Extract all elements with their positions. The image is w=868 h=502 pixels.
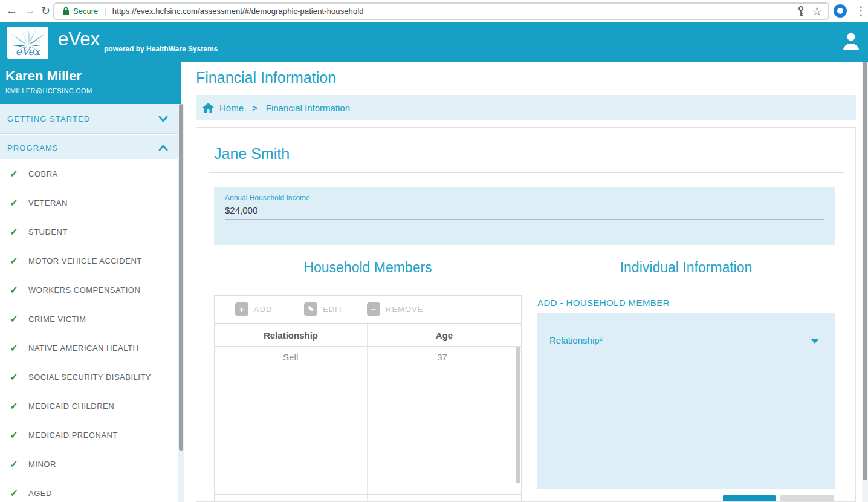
check-icon: ✓: [0, 313, 28, 325]
remove-member-button[interactable]: − REMOVE: [367, 302, 423, 316]
browser-toolbar: ← → ↻ Secure | https://evex.hcfsinc.com/…: [0, 0, 868, 22]
url-divider: |: [104, 7, 106, 16]
annual-income-input[interactable]: $24,000: [225, 205, 257, 215]
check-icon: ✓: [0, 400, 28, 412]
sidebar-item-native-american-health[interactable]: ✓NATIVE AMERICAN HEALTH: [0, 333, 179, 362]
section-label: GETTING STARTED: [7, 114, 90, 123]
sidebar-item-veteran[interactable]: ✓VETERAN: [0, 188, 179, 217]
powered-by-text: powered by HealthWare Systems: [104, 45, 218, 53]
table-footer-border: [215, 494, 521, 495]
income-field-label: Annual Household Income: [225, 194, 310, 202]
evex-logo-starburst: eVex: [7, 27, 48, 59]
table-header-row: Relationship Age: [215, 324, 521, 347]
sidebar-item-motor-vehicle-accident[interactable]: ✓MOTOR VEHICLE ACCIDENT: [0, 246, 179, 275]
check-icon: ✓: [0, 284, 28, 296]
sidebar: Karen Miller KMILLER@HCFSINC.COM GETTING…: [0, 62, 184, 502]
sidebar-item-aged[interactable]: ✓AGED: [0, 478, 179, 502]
sidebar-item-minor[interactable]: ✓MINOR: [0, 449, 179, 478]
refresh-icon[interactable]: ↻: [41, 3, 50, 19]
check-icon: ✓: [0, 429, 28, 442]
secure-label: Secure: [73, 7, 98, 16]
sidebar-item-social-security-disability[interactable]: ✓SOCIAL SECURITY DISABILITY: [0, 362, 179, 391]
sidebar-section-programs[interactable]: PROGRAMS: [0, 135, 179, 160]
app-header: eVex eVex powered by HealthWare Systems: [0, 22, 868, 62]
input-underline: [225, 219, 824, 220]
svg-text:eVex: eVex: [16, 45, 42, 57]
check-icon: ✓: [0, 458, 28, 471]
page-scrollbar[interactable]: [862, 62, 868, 502]
bookmark-star-icon[interactable]: ☆: [812, 4, 822, 18]
individual-information-heading: Individual Information: [537, 259, 835, 276]
user-email: KMILLER@HCFSINC.COM: [5, 87, 92, 94]
sidebar-scrollbar[interactable]: [178, 104, 184, 502]
add-household-member-subtitle: ADD - HOUSEHOLD MEMBER: [537, 298, 670, 308]
edit-member-button[interactable]: ✎ EDIT: [304, 302, 343, 316]
household-members-heading: Household Members: [214, 259, 522, 276]
minus-icon: −: [367, 302, 380, 316]
user-name: Karen Miller: [5, 68, 82, 84]
page-scrollbar-thumb[interactable]: [863, 62, 867, 480]
content-card: Jane Smith Annual Household Income $24,0…: [196, 127, 856, 502]
sidebar-user-block: Karen Miller KMILLER@HCFSINC.COM: [0, 62, 181, 104]
extension-icon[interactable]: [834, 4, 847, 18]
secondary-action-button[interactable]: [780, 495, 834, 502]
cell-relationship: Self: [215, 347, 367, 367]
table-scrollbar[interactable]: [516, 347, 520, 502]
table-scrollbar-thumb[interactable]: [516, 347, 520, 483]
check-icon: ✓: [0, 168, 28, 180]
sidebar-item-cobra[interactable]: ✓COBRA: [0, 159, 179, 188]
individual-information-panel: Relationship*: [537, 313, 835, 489]
select-underline: [549, 350, 823, 350]
breadcrumb-home-link[interactable]: Home: [219, 103, 244, 113]
patient-name: Jane Smith: [214, 145, 290, 163]
cell-age: 37: [368, 347, 517, 367]
screen: ← → ↻ Secure | https://evex.hcfsinc.com/…: [0, 0, 868, 502]
sidebar-item-medicaid-children[interactable]: ✓MEDICAID CHILDREN: [0, 391, 179, 420]
url-text[interactable]: https://evex.hcfsinc.com/assessment/#/de…: [112, 7, 364, 16]
check-icon: ✓: [0, 197, 28, 209]
page-title: Financial Information: [196, 69, 336, 86]
sidebar-scrollbar-thumb[interactable]: [179, 104, 183, 451]
browser-menu-icon[interactable]: ⋮: [855, 4, 867, 18]
sidebar-item-crime-victim[interactable]: ✓CRIME VICTIM: [0, 304, 179, 333]
column-header-relationship[interactable]: Relationship: [215, 324, 367, 347]
breadcrumb: Home > Financial Information: [196, 95, 856, 120]
income-panel: Annual Household Income $24,000: [214, 187, 835, 245]
divider: [209, 172, 844, 173]
breadcrumb-separator: >: [252, 103, 257, 113]
sidebar-section-getting-started[interactable]: GETTING STARTED: [0, 104, 179, 134]
check-icon: ✓: [0, 255, 28, 267]
sidebar-item-medicaid-pregnant[interactable]: ✓MEDICAID PREGNANT: [0, 420, 179, 449]
pencil-icon: ✎: [304, 302, 317, 316]
sidebar-item-student[interactable]: ✓STUDENT: [0, 217, 179, 246]
check-icon: ✓: [0, 342, 28, 354]
chevron-down-icon: [158, 116, 168, 122]
primary-action-button[interactable]: [723, 495, 776, 502]
chevron-up-icon: [158, 145, 168, 151]
address-bar[interactable]: Secure | https://evex.hcfsinc.com/assess…: [53, 2, 829, 20]
secure-lock-icon: [62, 7, 70, 16]
home-icon[interactable]: [202, 103, 214, 113]
table-toolbar: + ADD ✎ EDIT − REMOVE: [215, 296, 521, 324]
column-header-age[interactable]: Age: [368, 324, 521, 347]
plus-icon: +: [235, 302, 248, 316]
breadcrumb-current-link[interactable]: Financial Information: [266, 103, 350, 113]
check-icon: ✓: [0, 371, 28, 383]
dropdown-caret-icon[interactable]: [811, 339, 819, 344]
section-label: PROGRAMS: [7, 143, 59, 152]
forward-icon[interactable]: →: [24, 3, 36, 19]
app-name: eVex: [58, 28, 100, 50]
check-icon: ✓: [0, 226, 28, 238]
evex-logo: eVex: [7, 27, 48, 59]
user-profile-icon[interactable]: [842, 31, 860, 51]
relationship-select-label[interactable]: Relationship*: [549, 335, 603, 345]
password-key-icon[interactable]: [797, 6, 805, 17]
add-member-button[interactable]: + ADD: [235, 302, 272, 316]
back-icon[interactable]: ←: [6, 3, 18, 19]
check-icon: ✓: [0, 487, 28, 500]
household-members-table: + ADD ✎ EDIT − REMOVE Relationship Age S…: [214, 295, 522, 502]
sidebar-item-workers-compensation[interactable]: ✓WORKERS COMPENSATION: [0, 275, 179, 304]
